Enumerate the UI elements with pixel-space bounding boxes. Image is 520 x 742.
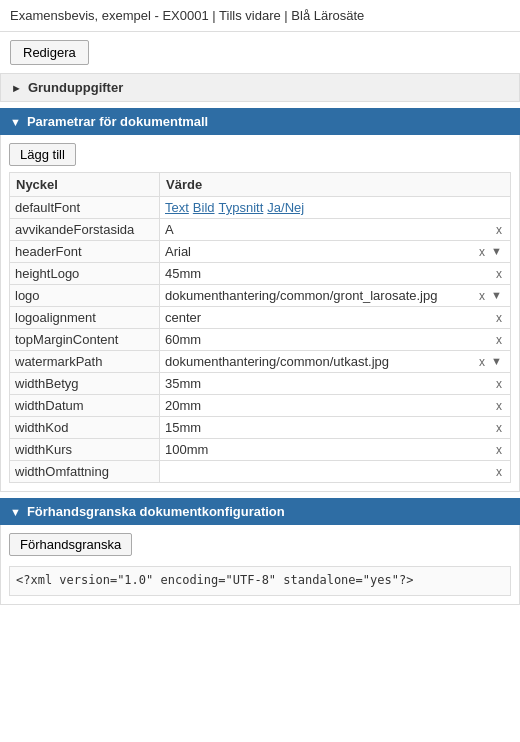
parametrar-arrow-icon: ▼ bbox=[10, 116, 21, 128]
clear-button[interactable]: x bbox=[493, 224, 505, 236]
value-link-bild[interactable]: Bild bbox=[193, 200, 215, 215]
dropdown-button[interactable]: ▼ bbox=[488, 356, 505, 367]
col-header-key: Nyckel bbox=[10, 173, 160, 197]
value-input[interactable] bbox=[165, 332, 493, 347]
clear-button[interactable]: x bbox=[493, 444, 505, 456]
value-input[interactable] bbox=[165, 222, 493, 237]
value-input[interactable] bbox=[165, 398, 493, 413]
value-cell: x bbox=[160, 373, 511, 395]
value-input[interactable] bbox=[165, 310, 493, 325]
add-button[interactable]: Lägg till bbox=[9, 143, 76, 166]
clear-button[interactable]: x bbox=[493, 268, 505, 280]
parametrar-label: Parametrar för dokumentmall bbox=[27, 114, 208, 129]
grunduppgifter-header[interactable]: ► Grunduppgifter bbox=[0, 73, 520, 102]
key-cell: widthOmfattning bbox=[10, 461, 160, 483]
key-cell: heightLogo bbox=[10, 263, 160, 285]
key-cell: logoalignment bbox=[10, 307, 160, 329]
value-cell: x bbox=[160, 417, 511, 439]
clear-button[interactable]: x bbox=[476, 290, 488, 302]
key-cell: logo bbox=[10, 285, 160, 307]
clear-button[interactable]: x bbox=[493, 466, 505, 478]
value-link-typsnitt[interactable]: Typsnitt bbox=[219, 200, 264, 215]
table-row: widthDatumx bbox=[10, 395, 511, 417]
forhandsgranska-arrow-icon: ▼ bbox=[10, 506, 21, 518]
key-cell: topMarginContent bbox=[10, 329, 160, 351]
parametrar-header[interactable]: ▼ Parametrar för dokumentmall bbox=[0, 108, 520, 135]
table-row: headerFontx▼ bbox=[10, 241, 511, 263]
clear-button[interactable]: x bbox=[476, 246, 488, 258]
clear-button[interactable]: x bbox=[493, 334, 505, 346]
value-cell: x▼ bbox=[160, 285, 511, 307]
forhandsgranska-section: ▼ Förhandsgranska dokumentkonfiguration … bbox=[0, 498, 520, 605]
table-row: logoalignmentx bbox=[10, 307, 511, 329]
dropdown-button[interactable]: ▼ bbox=[488, 246, 505, 257]
value-input[interactable] bbox=[165, 288, 476, 303]
preview-button[interactable]: Förhandsgranska bbox=[9, 533, 132, 556]
value-links: TextBildTypsnittJa/Nej bbox=[165, 200, 304, 215]
xml-content: <?xml version="1.0" encoding="UTF-8" sta… bbox=[9, 566, 511, 596]
key-cell: defaultFont bbox=[10, 197, 160, 219]
table-row: heightLogox bbox=[10, 263, 511, 285]
value-cell: x bbox=[160, 395, 511, 417]
table-row: widthOmfattningx bbox=[10, 461, 511, 483]
forhandsgranska-label: Förhandsgranska dokumentkonfiguration bbox=[27, 504, 285, 519]
edit-button[interactable]: Redigera bbox=[10, 40, 89, 65]
dropdown-button[interactable]: ▼ bbox=[488, 290, 505, 301]
value-cell: x bbox=[160, 329, 511, 351]
value-input[interactable] bbox=[165, 442, 493, 457]
grunduppgifter-arrow-icon: ► bbox=[11, 82, 22, 94]
grunduppgifter-section: ► Grunduppgifter bbox=[0, 73, 520, 102]
table-row: widthKodx bbox=[10, 417, 511, 439]
value-cell: x bbox=[160, 461, 511, 483]
value-cell: x bbox=[160, 307, 511, 329]
value-input[interactable] bbox=[165, 244, 476, 259]
forhandsgranska-body: Förhandsgranska <?xml version="1.0" enco… bbox=[0, 525, 520, 605]
page-title: Examensbevis, exempel - EX0001 | Tills v… bbox=[0, 0, 520, 32]
value-cell: TextBildTypsnittJa/Nej bbox=[160, 197, 511, 219]
value-input[interactable] bbox=[165, 420, 493, 435]
parametrar-table: Nyckel Värde defaultFontTextBildTypsnitt… bbox=[9, 172, 511, 483]
value-link-ja/nej[interactable]: Ja/Nej bbox=[267, 200, 304, 215]
key-cell: widthKurs bbox=[10, 439, 160, 461]
grunduppgifter-label: Grunduppgifter bbox=[28, 80, 123, 95]
clear-button[interactable]: x bbox=[493, 378, 505, 390]
key-cell: widthDatum bbox=[10, 395, 160, 417]
parametrar-section: ▼ Parametrar för dokumentmall Lägg till … bbox=[0, 108, 520, 492]
key-cell: headerFont bbox=[10, 241, 160, 263]
parametrar-body: Lägg till Nyckel Värde defaultFontTextBi… bbox=[0, 135, 520, 492]
value-input[interactable] bbox=[165, 376, 493, 391]
forhandsgranska-header[interactable]: ▼ Förhandsgranska dokumentkonfiguration bbox=[0, 498, 520, 525]
value-input[interactable] bbox=[165, 464, 493, 479]
table-row: widthKursx bbox=[10, 439, 511, 461]
col-header-value: Värde bbox=[160, 173, 511, 197]
key-cell: avvikandeForstasida bbox=[10, 219, 160, 241]
value-cell: x bbox=[160, 219, 511, 241]
value-cell: x▼ bbox=[160, 351, 511, 373]
clear-button[interactable]: x bbox=[476, 356, 488, 368]
table-row: widthBetygx bbox=[10, 373, 511, 395]
clear-button[interactable]: x bbox=[493, 422, 505, 434]
key-cell: widthBetyg bbox=[10, 373, 160, 395]
value-cell: x▼ bbox=[160, 241, 511, 263]
key-cell: widthKod bbox=[10, 417, 160, 439]
value-cell: x bbox=[160, 439, 511, 461]
value-input[interactable] bbox=[165, 354, 476, 369]
key-cell: watermarkPath bbox=[10, 351, 160, 373]
table-row: avvikandeForstasidax bbox=[10, 219, 511, 241]
value-cell: x bbox=[160, 263, 511, 285]
value-input[interactable] bbox=[165, 266, 493, 281]
value-link-text[interactable]: Text bbox=[165, 200, 189, 215]
table-row: logox▼ bbox=[10, 285, 511, 307]
clear-button[interactable]: x bbox=[493, 400, 505, 412]
clear-button[interactable]: x bbox=[493, 312, 505, 324]
table-row: defaultFontTextBildTypsnittJa/Nej bbox=[10, 197, 511, 219]
table-row: topMarginContentx bbox=[10, 329, 511, 351]
table-row: watermarkPathx▼ bbox=[10, 351, 511, 373]
